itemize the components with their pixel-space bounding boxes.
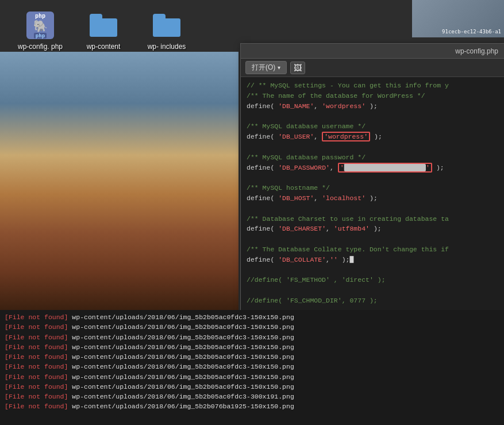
terminal-path-6: wp-content/uploads/2018/06/img_5b2b05ac0…: [72, 373, 294, 381]
file-icon-wp-includes[interactable]: wp- includes: [144, 12, 190, 51]
editor-title: wp-config.php: [455, 47, 498, 55]
php-badge: php: [34, 33, 47, 39]
terminal-prefix-4: [File not found]: [5, 353, 68, 361]
terminal-path-4: wp-content/uploads/2018/06/img_5b2b05ac0…: [72, 353, 294, 361]
terminal-path-7: wp-content/uploads/2018/06/img_5b2b05ac0…: [72, 383, 294, 390]
terminal-line-4: [File not found] wp-content/uploads/2018…: [5, 352, 499, 362]
terminal-line-2: [File not found] wp-content/uploads/2018…: [5, 332, 499, 342]
terminal-prefix-7: [File not found]: [5, 383, 68, 390]
code-line-17: /** The Database Collate type. Don't cha…: [247, 244, 498, 255]
desktop-icons-area: 🐘 php wp-config. php wp-content: [0, 0, 207, 62]
terminal-prefix-2: [File not found]: [5, 334, 68, 341]
image-button[interactable]: 🖼: [290, 62, 305, 74]
file-icon-wp-config[interactable]: 🐘 php wp-config. php: [17, 12, 63, 51]
file-icon-wp-content[interactable]: wp-content: [80, 12, 126, 51]
php-file-icon-image: 🐘 php: [26, 12, 54, 39]
terminal-path-8: wp-content/uploads/2018/06/img_5b2b05ac0…: [72, 393, 294, 400]
folder-icon-wp-includes: [153, 12, 180, 39]
terminal-prefix-0: [File not found]: [5, 313, 68, 321]
terminal-line-1: [File not found] wp-content/uploads/2018…: [5, 322, 499, 332]
code-line-blank-6: [247, 265, 498, 275]
code-editor-window: wp-config.php 打开(O) ▾ 🖼 // ** MySQL sett…: [240, 43, 504, 316]
code-line-20: //define( 'FS_METHOD' , 'direct' );: [247, 275, 498, 285]
terminal-log-area: [File not found] wp-content/uploads/2018…: [0, 310, 504, 425]
code-line-3: define( 'DB_NAME', 'wordpress' );: [247, 101, 498, 112]
terminal-line-0: [File not found] wp-content/uploads/2018…: [5, 312, 499, 322]
file-label-wp-config: wp-config. php: [18, 43, 63, 51]
open-button-label: 打开(O): [252, 63, 275, 72]
open-button[interactable]: 打开(O) ▾: [245, 61, 287, 74]
code-line-6: define( 'DB_USER', 'wordpress' );: [247, 132, 498, 142]
terminal-path-0: wp-content/uploads/2018/06/img_5b2b05ac0…: [72, 313, 294, 321]
terminal-prefix-3: [File not found]: [5, 343, 68, 351]
terminal-line-7: [File not found] wp-content/uploads/2018…: [5, 382, 499, 392]
desktop-background: [0, 52, 238, 311]
code-line-blank-4: [247, 204, 498, 214]
terminal-path-1: wp-content/uploads/2018/06/img_5b2b05ac0…: [72, 323, 294, 331]
file-label-wp-content: wp-content: [87, 43, 121, 51]
code-line-blank-2: [247, 142, 498, 152]
code-line-blank-1: [247, 111, 498, 121]
code-line-2: /** The name of the database for WordPre…: [247, 91, 498, 101]
terminal-prefix-9: [File not found]: [5, 403, 68, 410]
terminal-path-2: wp-content/uploads/2018/06/img_5b2b05ac0…: [72, 334, 294, 341]
code-line-12: define( 'DB_HOST', 'localhost' );: [247, 193, 498, 204]
code-line-5: /** MySQL database username */: [247, 121, 498, 132]
terminal-line-5: [File not found] wp-content/uploads/2018…: [5, 362, 499, 372]
code-line-9: define( 'DB_PASSWORD', '████████████████…: [247, 163, 498, 173]
file-label-wp-includes: wp- includes: [148, 43, 186, 51]
dropdown-arrow-icon: ▾: [278, 64, 280, 71]
terminal-line-9: [File not found] wp-content/uploads/2018…: [5, 401, 499, 411]
code-line-1: // ** MySQL settings - You can get this …: [247, 81, 498, 91]
terminal-prefix-5: [File not found]: [5, 363, 68, 370]
code-line-18: define( 'DB_COLLATE','' );█: [247, 255, 498, 265]
terminal-line-8: [File not found] wp-content/uploads/2018…: [5, 392, 499, 401]
code-line-blank-7: [247, 285, 498, 296]
code-line-8: /** MySQL database password */: [247, 152, 498, 163]
terminal-prefix-8: [File not found]: [5, 393, 68, 400]
image-icon: 🖼: [294, 63, 302, 72]
editor-toolbar: 打开(O) ▾ 🖼: [241, 59, 504, 77]
terminal-path-3: wp-content/uploads/2018/06/img_5b2b05ac0…: [72, 343, 294, 351]
folder-icon-wp-content: [90, 12, 117, 39]
thumbnail-hash: 91cecb-ec12-43b6-a1: [442, 29, 501, 35]
terminal-prefix-1: [File not found]: [5, 323, 68, 331]
terminal-line-6: [File not found] wp-content/uploads/2018…: [5, 372, 499, 382]
terminal-line-3: [File not found] wp-content/uploads/2018…: [5, 342, 499, 352]
code-line-blank-3: [247, 173, 498, 183]
code-line-blank-5: [247, 234, 498, 244]
code-line-22: //define( 'FS_CHMOD_DIR', 0777 );: [247, 296, 498, 306]
code-line-14: /** Database Charset to use in creating …: [247, 214, 498, 224]
code-line-11: /** MySQL hostname */: [247, 183, 498, 193]
terminal-path-5: wp-content/uploads/2018/06/img_5b2b05ac0…: [72, 363, 294, 370]
code-content: // ** MySQL settings - You can get this …: [241, 77, 504, 316]
code-line-15: define( 'DB_CHARSET', 'utf8mb4' );: [247, 224, 498, 234]
editor-titlebar: wp-config.php: [241, 44, 504, 59]
thumbnail-preview: 91cecb-ec12-43b6-a1: [412, 0, 504, 37]
terminal-path-9: wp-content/uploads/2018/06/img_5b2b076ba…: [72, 403, 294, 410]
terminal-prefix-6: [File not found]: [5, 373, 68, 381]
